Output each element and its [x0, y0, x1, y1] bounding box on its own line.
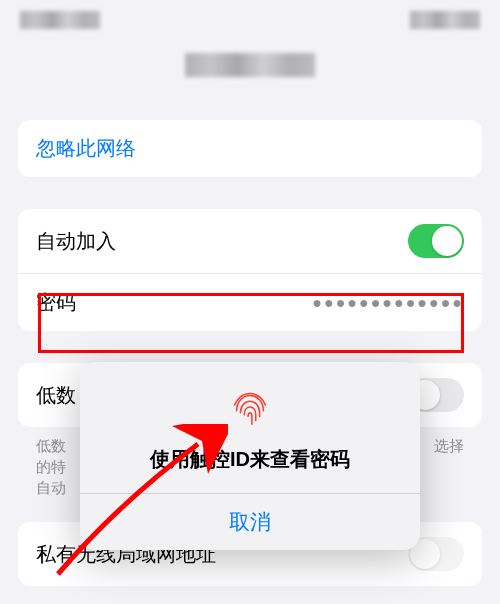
- status-bar: [0, 0, 500, 40]
- toggle-knob: [432, 226, 462, 256]
- low-data-footer-right: 选择: [434, 435, 464, 498]
- dialog-cancel-button[interactable]: 取消: [80, 494, 420, 550]
- low-data-label: 低数: [36, 382, 76, 409]
- forget-network-label: 忽略此网络: [36, 135, 136, 162]
- dialog-title: 使用触控ID来查看密码: [100, 446, 400, 473]
- auto-join-row: 自动加入: [18, 209, 482, 274]
- status-time-blur: [20, 11, 100, 29]
- status-indicators-blur: [410, 11, 480, 29]
- fingerprint-icon: [227, 384, 273, 430]
- password-masked-value: ●●●●●●●●●●●●●: [312, 294, 464, 312]
- forget-network-section: 忽略此网络: [18, 120, 482, 177]
- forget-network-button[interactable]: 忽略此网络: [18, 120, 482, 177]
- nav-header: [0, 40, 500, 90]
- auto-join-toggle[interactable]: [408, 224, 464, 258]
- auto-join-label: 自动加入: [36, 228, 116, 255]
- header-title-blur: [185, 53, 315, 77]
- low-data-footer-left: 低数 的特 自动: [36, 435, 66, 498]
- dialog-body: 使用触控ID来查看密码: [80, 362, 420, 493]
- password-row[interactable]: 密码 ●●●●●●●●●●●●●: [18, 274, 482, 331]
- touch-id-dialog: 使用触控ID来查看密码 取消: [80, 362, 420, 550]
- password-label: 密码: [36, 289, 76, 316]
- connection-section: 自动加入 密码 ●●●●●●●●●●●●●: [18, 209, 482, 331]
